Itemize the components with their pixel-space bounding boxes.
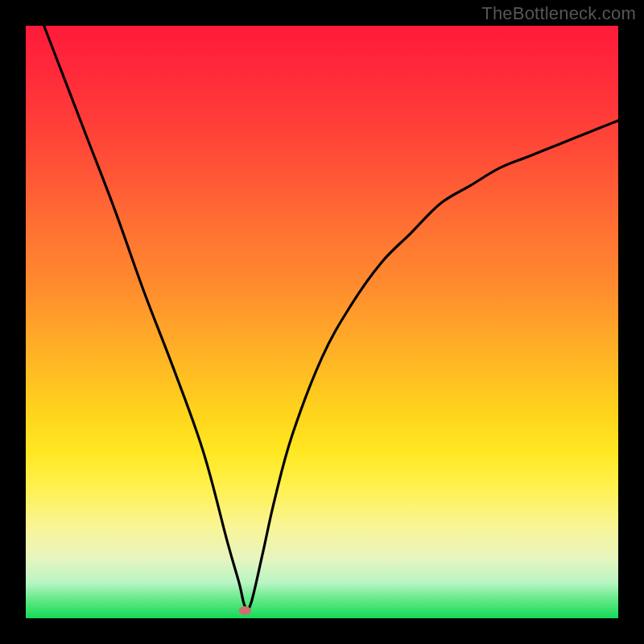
bottleneck-curve [26,26,618,610]
watermark-text: TheBottleneck.com [481,3,636,24]
chart-svg [26,26,618,618]
chart-plot-area [26,26,618,618]
min-marker [239,606,251,615]
